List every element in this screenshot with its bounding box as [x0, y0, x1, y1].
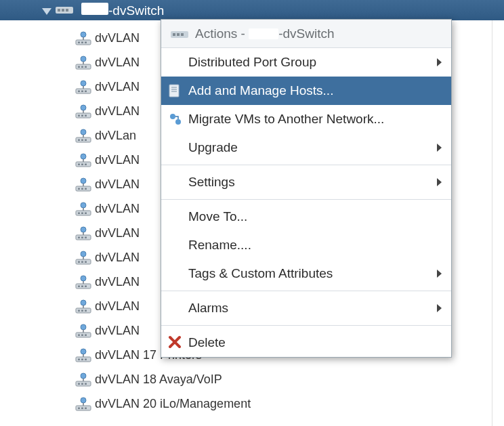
svg-rect-50 — [78, 213, 80, 215]
menu-label: Rename.... — [188, 238, 251, 253]
svg-point-17 — [81, 81, 86, 86]
svg-rect-98 — [78, 408, 80, 410]
svg-rect-33 — [81, 140, 83, 142]
menu-header: Actions - -dvSwitch — [161, 20, 451, 48]
portgroup-label: dvVLAN — [95, 251, 140, 265]
switch-name: -dvSwitch — [81, 3, 164, 18]
menu-migrate-vms[interactable]: Migrate VMs to Another Network... — [161, 105, 451, 133]
svg-point-95 — [81, 398, 86, 403]
portgroup-label: dvVLAN 18 Avaya/VoIP — [95, 372, 222, 387]
submenu-arrow-icon — [437, 270, 442, 278]
redacted-prefix — [81, 3, 108, 15]
svg-rect-27 — [81, 115, 83, 117]
menu-label: Distributed Port Group — [188, 55, 316, 70]
tree-header[interactable]: -dvSwitch — [0, 0, 504, 20]
menu-move-to[interactable]: Move To... — [161, 203, 451, 231]
portgroup-item[interactable]: dvVLAN 18 Avaya/VoIP — [75, 367, 504, 391]
svg-rect-58 — [85, 237, 87, 239]
portgroup-icon — [75, 347, 91, 362]
svg-rect-3 — [62, 9, 64, 12]
menu-distributed-port-group[interactable]: Distributed Port Group — [161, 48, 451, 77]
menu-separator — [161, 325, 451, 326]
svg-point-53 — [81, 227, 86, 232]
svg-point-83 — [81, 349, 86, 354]
portgroup-icon — [75, 55, 91, 70]
svg-point-23 — [81, 105, 86, 110]
submenu-arrow-icon — [437, 178, 442, 186]
menu-label: Move To... — [188, 209, 247, 224]
svg-rect-44 — [78, 188, 80, 190]
portgroup-label: dvVLAN — [95, 177, 140, 192]
svg-point-71 — [81, 300, 86, 305]
svg-rect-4 — [66, 9, 68, 12]
portgroup-label: dvVLAN — [95, 324, 140, 338]
portgroup-icon — [75, 30, 91, 45]
svg-rect-63 — [81, 261, 83, 263]
menu-settings[interactable]: Settings — [161, 168, 451, 196]
menu-separator — [161, 291, 451, 291]
menu-separator — [161, 165, 451, 165]
svg-rect-68 — [78, 286, 80, 288]
svg-rect-9 — [81, 42, 83, 44]
svg-rect-20 — [78, 91, 80, 93]
portgroup-icon — [75, 323, 91, 338]
svg-rect-81 — [81, 335, 83, 337]
menu-alarms[interactable]: Alarms — [161, 294, 451, 322]
redacted-prefix — [249, 28, 278, 39]
menu-label: Upgrade — [188, 140, 238, 155]
svg-rect-21 — [81, 91, 83, 93]
menu-delete[interactable]: Delete — [161, 328, 451, 357]
menu-label: Migrate VMs to Another Network... — [188, 112, 384, 127]
svg-point-47 — [81, 203, 86, 208]
svg-point-110 — [175, 119, 181, 125]
svg-rect-105 — [169, 85, 179, 97]
svg-rect-39 — [81, 164, 83, 166]
expand-triangle-icon[interactable] — [42, 6, 51, 20]
svg-rect-69 — [81, 286, 83, 288]
context-menu: Actions - -dvSwitch Distributed Port Gro… — [161, 19, 452, 358]
svg-rect-103 — [177, 33, 180, 36]
menu-add-manage-hosts[interactable]: Add and Manage Hosts... — [161, 77, 451, 105]
svg-point-65 — [81, 276, 86, 281]
svg-rect-38 — [78, 164, 80, 166]
svg-rect-75 — [81, 310, 83, 312]
svg-rect-28 — [85, 115, 87, 117]
portgroup-label: dvVLAN — [95, 104, 140, 119]
portgroup-icon — [75, 79, 91, 94]
menu-tags-attributes[interactable]: Tags & Custom Attributes — [161, 259, 451, 288]
svg-rect-46 — [85, 188, 87, 190]
menu-label: Settings — [188, 175, 235, 190]
portgroup-label: dvVLAN — [95, 299, 140, 314]
menu-header-text: Actions - -dvSwitch — [195, 26, 335, 41]
svg-rect-10 — [85, 42, 87, 44]
svg-rect-82 — [85, 335, 87, 337]
portgroup-label: dvVLAN — [95, 153, 140, 167]
portgroup-icon — [75, 299, 91, 314]
portgroup-icon — [75, 104, 91, 119]
portgroup-icon — [75, 274, 91, 289]
portgroup-item[interactable]: dvVLAN 20 iLo/Management — [75, 391, 504, 416]
svg-rect-100 — [85, 408, 87, 410]
svg-rect-32 — [78, 140, 80, 142]
svg-rect-57 — [81, 237, 83, 239]
svg-rect-99 — [81, 408, 83, 410]
svg-rect-22 — [85, 91, 87, 93]
menu-label: Delete — [188, 335, 226, 350]
menu-rename[interactable]: Rename.... — [161, 231, 451, 259]
portgroup-label: dvVLAN — [95, 275, 140, 289]
portgroup-label: dvVLAN — [95, 202, 140, 216]
svg-rect-102 — [173, 33, 175, 36]
portgroup-icon — [75, 226, 91, 240]
svg-rect-76 — [85, 310, 87, 312]
svg-rect-93 — [81, 383, 83, 385]
svg-rect-16 — [85, 66, 87, 68]
svg-rect-86 — [78, 359, 80, 361]
svg-rect-94 — [85, 383, 87, 385]
menu-separator — [161, 199, 451, 200]
menu-upgrade[interactable]: Upgrade — [161, 133, 451, 162]
menu-label: Add and Manage Hosts... — [188, 83, 333, 98]
svg-rect-80 — [78, 335, 80, 337]
svg-point-5 — [81, 32, 86, 37]
svg-point-77 — [81, 324, 86, 330]
svg-rect-64 — [85, 261, 87, 263]
